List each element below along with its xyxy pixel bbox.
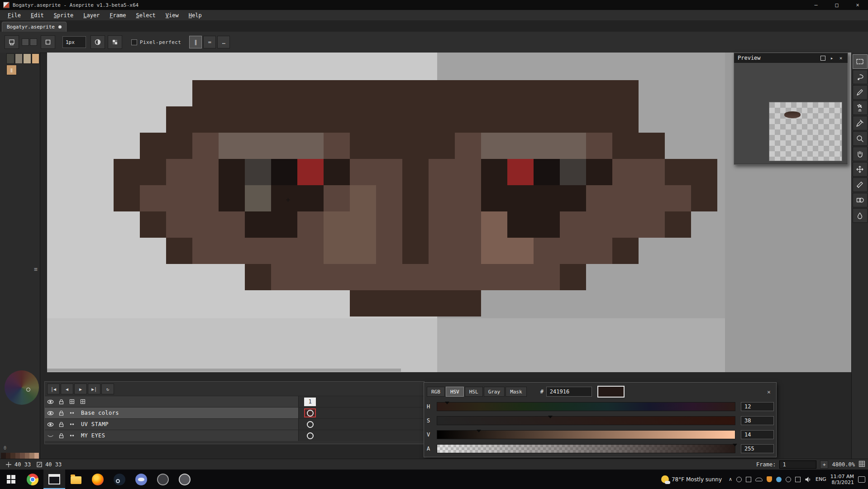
tab-gray[interactable]: Gray [484,387,505,397]
next-frame-button[interactable]: ▶| [88,384,100,394]
language-indicator[interactable]: ENG [816,476,826,482]
tab-hsv[interactable]: HSV [446,387,464,397]
hand-tool-button[interactable] [853,147,868,161]
s-value-field[interactable]: 38 [741,416,774,425]
menu-select[interactable]: Select [131,11,160,19]
layer-lock-icon[interactable] [56,422,67,427]
lasso-tool-button[interactable] [853,70,868,84]
layer-row[interactable]: MY EYES [45,430,424,441]
taskbar-steam-button[interactable] [109,470,130,489]
first-frame-button[interactable]: |◀ [47,384,60,394]
h-value-field[interactable]: 12 [741,402,774,411]
menu-frame[interactable]: Frame [105,11,131,19]
opacity-button[interactable] [91,35,105,49]
brush-size-field[interactable]: 1px [62,36,86,48]
monitor-icon[interactable] [795,477,801,482]
palette-swatch[interactable] [6,53,14,64]
slice-tool-button[interactable] [853,177,868,192]
menu-edit[interactable]: Edit [26,11,49,19]
menu-file[interactable]: File [3,11,26,19]
menu-help[interactable]: Help [184,11,207,19]
security-shield-icon[interactable] [767,476,772,482]
brush-shape-button[interactable] [41,35,55,49]
timeline-options-icon[interactable] [77,399,88,404]
layer-linked-cels-icon[interactable] [67,422,77,427]
symmetry-vertical-button[interactable]: ∥ [189,36,202,48]
frame-input[interactable]: 1 [779,460,816,469]
brush-preset-2-button[interactable] [30,38,37,46]
chevron-up-icon[interactable]: ∧ [729,476,732,482]
taskbar-explorer-button[interactable] [65,470,87,489]
close-button[interactable]: × [847,0,868,10]
menu-sprite[interactable]: Sprite [49,11,78,19]
shape-tool-button[interactable] [853,193,868,207]
cel[interactable] [304,408,316,417]
taskbar-app-circle-1-button[interactable] [152,470,174,489]
cel[interactable] [304,420,316,429]
symmetry-options-button[interactable]: … [217,36,230,48]
color-editor-close-button[interactable]: × [765,388,773,395]
move-tool-button[interactable] [853,162,868,177]
prev-frame-button[interactable]: ◀ [61,384,73,394]
onedrive-icon[interactable] [755,478,763,481]
maximize-button[interactable]: □ [826,0,847,10]
preview-center-button[interactable] [820,55,826,61]
speaker-icon[interactable] [805,476,811,483]
brush-preset-1-button[interactable] [22,38,29,46]
all-layers-eye-icon[interactable] [45,399,56,404]
play-button[interactable]: ▶ [74,384,87,394]
preview-play-button[interactable]: ▸ [829,55,835,61]
preview-titlebar[interactable]: Preview ▸ × [734,53,848,63]
v-value-field[interactable]: 14 [741,430,774,439]
s-slider[interactable] [437,416,735,425]
taskbar-start-button[interactable] [0,470,22,489]
bluetooth-icon[interactable] [776,477,782,482]
onion-skin-icon[interactable] [67,399,77,404]
blur-tool-button[interactable] [853,208,868,223]
palette-swatch[interactable] [15,53,23,64]
notification-center-icon[interactable] [858,476,865,483]
layer-visibility-icon[interactable] [45,422,56,427]
taskbar-aseprite-window-button[interactable] [43,470,65,489]
layer-visibility-icon[interactable] [45,411,56,416]
frame-1-header[interactable]: 1 [304,398,316,406]
layer-lock-icon[interactable] [56,433,67,439]
palette-menu-icon[interactable]: ≡ [34,266,38,273]
grid-button[interactable] [858,460,865,469]
layer-linked-cels-icon[interactable] [67,410,77,416]
clock[interactable]: 11:07 AM 8/3/2021 [830,474,854,485]
tab-hsl[interactable]: HSL [465,387,483,397]
palette-swatch[interactable] [23,53,31,64]
pixel-perfect-checkbox[interactable] [131,39,137,45]
spray-tool-button[interactable] [853,101,868,115]
taskbar-app-circle-2-button[interactable] [174,470,196,489]
ink-dither-button[interactable] [108,35,122,49]
tab-rgb[interactable]: RGB [427,387,445,397]
a-value-field[interactable]: 255 [741,444,774,453]
layer-linked-cels-icon[interactable] [67,433,77,438]
menu-layer[interactable]: Layer [78,11,105,19]
canvas[interactable] [47,53,851,372]
symmetry-horizontal-button[interactable]: = [203,36,216,48]
hex-input[interactable]: 241916 [546,387,592,397]
brush-button[interactable] [5,35,19,49]
taskbar-firefox-button[interactable] [87,470,109,489]
all-layers-lock-icon[interactable] [56,399,67,405]
rectangular-marquee-tool-button[interactable] [853,54,868,69]
v-slider[interactable] [437,430,735,439]
cel[interactable] [304,431,316,440]
taskbar-discord-button[interactable] [130,470,152,489]
loop-button[interactable]: ↻ [101,384,114,394]
canvas-horizontal-scrollbar[interactable] [47,369,401,372]
a-slider[interactable] [437,444,735,453]
headset-icon[interactable] [736,477,742,482]
minimize-button[interactable]: – [806,0,826,10]
layer-row[interactable]: UV STAMP [45,418,424,430]
zoom-tool-button[interactable] [853,131,868,146]
network-icon[interactable] [746,477,751,482]
layer-row[interactable]: Base colors [45,407,424,418]
menu-view[interactable]: View [161,11,184,19]
layer-lock-icon[interactable] [56,410,67,416]
pencil-tool-button[interactable] [853,85,868,100]
tab-bogatyr[interactable]: Bogatyr.aseprite [2,22,67,32]
